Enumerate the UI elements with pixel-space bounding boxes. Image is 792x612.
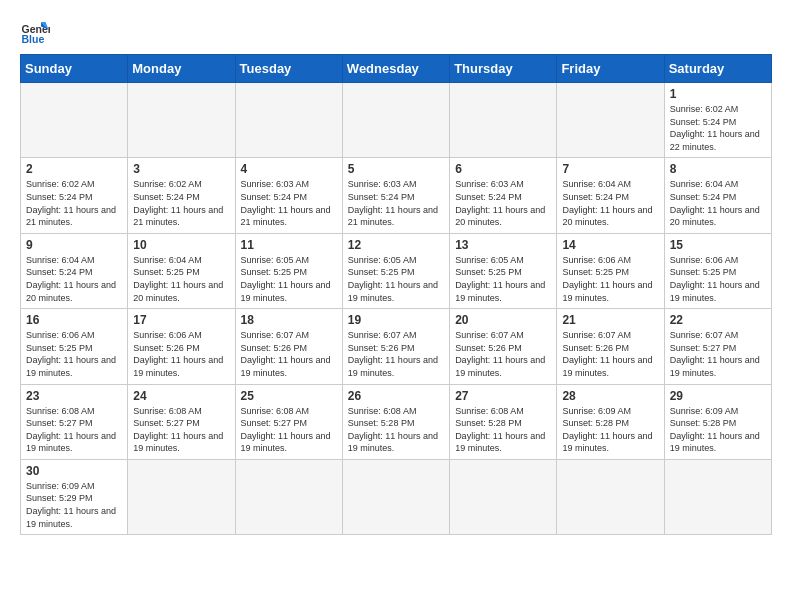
calendar-header: SundayMondayTuesdayWednesdayThursdayFrid… (21, 55, 772, 83)
dow-header-saturday: Saturday (664, 55, 771, 83)
day-number: 8 (670, 162, 766, 176)
week-row-3: 9Sunrise: 6:04 AMSunset: 5:24 PMDaylight… (21, 233, 772, 308)
day-number: 20 (455, 313, 551, 327)
calendar-cell: 13Sunrise: 6:05 AMSunset: 5:25 PMDayligh… (450, 233, 557, 308)
day-info: Sunrise: 6:04 AMSunset: 5:24 PMDaylight:… (26, 254, 122, 304)
day-info: Sunrise: 6:07 AMSunset: 5:26 PMDaylight:… (348, 329, 444, 379)
calendar-cell: 8Sunrise: 6:04 AMSunset: 5:24 PMDaylight… (664, 158, 771, 233)
day-info: Sunrise: 6:03 AMSunset: 5:24 PMDaylight:… (348, 178, 444, 228)
day-info: Sunrise: 6:04 AMSunset: 5:25 PMDaylight:… (133, 254, 229, 304)
day-info: Sunrise: 6:04 AMSunset: 5:24 PMDaylight:… (670, 178, 766, 228)
calendar-cell: 22Sunrise: 6:07 AMSunset: 5:27 PMDayligh… (664, 309, 771, 384)
svg-text:Blue: Blue (22, 33, 45, 45)
day-number: 16 (26, 313, 122, 327)
day-info: Sunrise: 6:06 AMSunset: 5:25 PMDaylight:… (562, 254, 658, 304)
day-info: Sunrise: 6:02 AMSunset: 5:24 PMDaylight:… (133, 178, 229, 228)
day-info: Sunrise: 6:06 AMSunset: 5:25 PMDaylight:… (670, 254, 766, 304)
calendar-cell (557, 83, 664, 158)
calendar-cell: 23Sunrise: 6:08 AMSunset: 5:27 PMDayligh… (21, 384, 128, 459)
calendar-cell: 24Sunrise: 6:08 AMSunset: 5:27 PMDayligh… (128, 384, 235, 459)
calendar-cell: 19Sunrise: 6:07 AMSunset: 5:26 PMDayligh… (342, 309, 449, 384)
calendar-cell (450, 459, 557, 534)
day-info: Sunrise: 6:07 AMSunset: 5:27 PMDaylight:… (670, 329, 766, 379)
day-number: 24 (133, 389, 229, 403)
calendar-cell: 11Sunrise: 6:05 AMSunset: 5:25 PMDayligh… (235, 233, 342, 308)
day-number: 11 (241, 238, 337, 252)
day-number: 25 (241, 389, 337, 403)
day-info: Sunrise: 6:09 AMSunset: 5:29 PMDaylight:… (26, 480, 122, 530)
calendar-cell: 3Sunrise: 6:02 AMSunset: 5:24 PMDaylight… (128, 158, 235, 233)
day-number: 3 (133, 162, 229, 176)
calendar-cell: 25Sunrise: 6:08 AMSunset: 5:27 PMDayligh… (235, 384, 342, 459)
dow-header-wednesday: Wednesday (342, 55, 449, 83)
calendar-cell: 1Sunrise: 6:02 AMSunset: 5:24 PMDaylight… (664, 83, 771, 158)
calendar-cell (557, 459, 664, 534)
week-row-6: 30Sunrise: 6:09 AMSunset: 5:29 PMDayligh… (21, 459, 772, 534)
day-number: 10 (133, 238, 229, 252)
calendar-cell (235, 459, 342, 534)
calendar-cell: 17Sunrise: 6:06 AMSunset: 5:26 PMDayligh… (128, 309, 235, 384)
day-info: Sunrise: 6:05 AMSunset: 5:25 PMDaylight:… (241, 254, 337, 304)
calendar-table: SundayMondayTuesdayWednesdayThursdayFrid… (20, 54, 772, 535)
day-number: 7 (562, 162, 658, 176)
week-row-2: 2Sunrise: 6:02 AMSunset: 5:24 PMDaylight… (21, 158, 772, 233)
dow-header-tuesday: Tuesday (235, 55, 342, 83)
calendar-cell: 9Sunrise: 6:04 AMSunset: 5:24 PMDaylight… (21, 233, 128, 308)
calendar-cell: 7Sunrise: 6:04 AMSunset: 5:24 PMDaylight… (557, 158, 664, 233)
calendar-cell: 6Sunrise: 6:03 AMSunset: 5:24 PMDaylight… (450, 158, 557, 233)
day-info: Sunrise: 6:03 AMSunset: 5:24 PMDaylight:… (241, 178, 337, 228)
calendar-cell (450, 83, 557, 158)
calendar-cell: 28Sunrise: 6:09 AMSunset: 5:28 PMDayligh… (557, 384, 664, 459)
calendar-cell: 15Sunrise: 6:06 AMSunset: 5:25 PMDayligh… (664, 233, 771, 308)
day-info: Sunrise: 6:02 AMSunset: 5:24 PMDaylight:… (26, 178, 122, 228)
calendar-cell: 4Sunrise: 6:03 AMSunset: 5:24 PMDaylight… (235, 158, 342, 233)
calendar-cell (21, 83, 128, 158)
calendar-cell: 26Sunrise: 6:08 AMSunset: 5:28 PMDayligh… (342, 384, 449, 459)
day-info: Sunrise: 6:04 AMSunset: 5:24 PMDaylight:… (562, 178, 658, 228)
day-info: Sunrise: 6:07 AMSunset: 5:26 PMDaylight:… (241, 329, 337, 379)
day-info: Sunrise: 6:08 AMSunset: 5:27 PMDaylight:… (26, 405, 122, 455)
calendar-cell: 14Sunrise: 6:06 AMSunset: 5:25 PMDayligh… (557, 233, 664, 308)
day-number: 23 (26, 389, 122, 403)
week-row-1: 1Sunrise: 6:02 AMSunset: 5:24 PMDaylight… (21, 83, 772, 158)
calendar-cell: 30Sunrise: 6:09 AMSunset: 5:29 PMDayligh… (21, 459, 128, 534)
logo-icon: General Blue (20, 16, 50, 46)
day-number: 22 (670, 313, 766, 327)
logo: General Blue (20, 16, 54, 46)
day-info: Sunrise: 6:07 AMSunset: 5:26 PMDaylight:… (455, 329, 551, 379)
day-number: 14 (562, 238, 658, 252)
day-number: 4 (241, 162, 337, 176)
day-info: Sunrise: 6:08 AMSunset: 5:28 PMDaylight:… (455, 405, 551, 455)
day-number: 5 (348, 162, 444, 176)
calendar-cell (342, 83, 449, 158)
week-row-5: 23Sunrise: 6:08 AMSunset: 5:27 PMDayligh… (21, 384, 772, 459)
dow-header-thursday: Thursday (450, 55, 557, 83)
day-number: 12 (348, 238, 444, 252)
day-info: Sunrise: 6:09 AMSunset: 5:28 PMDaylight:… (562, 405, 658, 455)
day-info: Sunrise: 6:05 AMSunset: 5:25 PMDaylight:… (348, 254, 444, 304)
calendar-cell: 16Sunrise: 6:06 AMSunset: 5:25 PMDayligh… (21, 309, 128, 384)
days-of-week-row: SundayMondayTuesdayWednesdayThursdayFrid… (21, 55, 772, 83)
calendar-cell: 21Sunrise: 6:07 AMSunset: 5:26 PMDayligh… (557, 309, 664, 384)
calendar-cell (128, 83, 235, 158)
calendar-cell: 5Sunrise: 6:03 AMSunset: 5:24 PMDaylight… (342, 158, 449, 233)
day-number: 1 (670, 87, 766, 101)
day-info: Sunrise: 6:02 AMSunset: 5:24 PMDaylight:… (670, 103, 766, 153)
day-number: 30 (26, 464, 122, 478)
day-info: Sunrise: 6:08 AMSunset: 5:27 PMDaylight:… (133, 405, 229, 455)
week-row-4: 16Sunrise: 6:06 AMSunset: 5:25 PMDayligh… (21, 309, 772, 384)
calendar-cell (128, 459, 235, 534)
day-number: 13 (455, 238, 551, 252)
day-info: Sunrise: 6:08 AMSunset: 5:28 PMDaylight:… (348, 405, 444, 455)
day-number: 27 (455, 389, 551, 403)
day-number: 18 (241, 313, 337, 327)
day-info: Sunrise: 6:07 AMSunset: 5:26 PMDaylight:… (562, 329, 658, 379)
calendar-cell: 27Sunrise: 6:08 AMSunset: 5:28 PMDayligh… (450, 384, 557, 459)
day-number: 19 (348, 313, 444, 327)
day-info: Sunrise: 6:03 AMSunset: 5:24 PMDaylight:… (455, 178, 551, 228)
calendar-cell (342, 459, 449, 534)
day-number: 17 (133, 313, 229, 327)
dow-header-friday: Friday (557, 55, 664, 83)
day-number: 6 (455, 162, 551, 176)
day-number: 28 (562, 389, 658, 403)
